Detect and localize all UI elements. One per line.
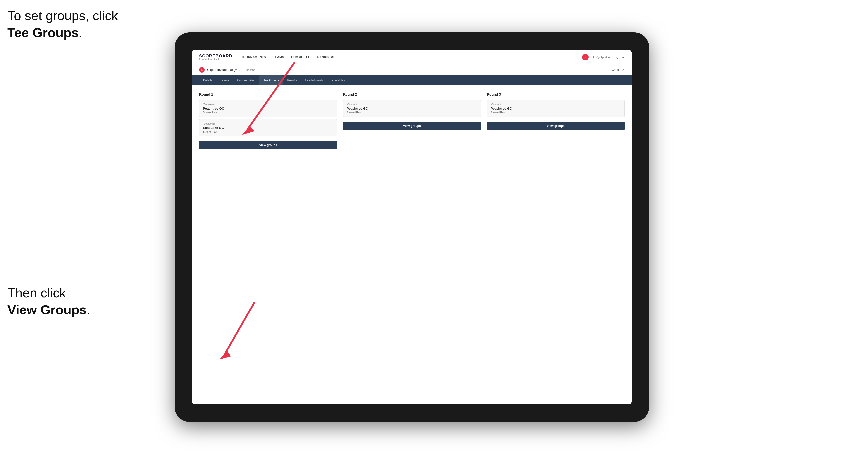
svg-line-0	[247, 62, 294, 130]
view-groups-arrow	[210, 294, 285, 365]
round-3-course-a-card: [Course A] Peachtree GC Stroke Play	[487, 100, 625, 117]
tab-printables[interactable]: Printables	[328, 75, 349, 85]
cancel-button[interactable]: Cancel ✕	[612, 68, 625, 72]
round-1-view-groups-button[interactable]: View groups	[199, 141, 337, 149]
round-2-column: Round 2 [Course A] Peachtree GC Stroke P…	[343, 92, 481, 149]
round-3-course-a-label: [Course A]	[491, 103, 621, 106]
round-3-column: Round 3 [Course A] Peachtree GC Stroke P…	[487, 92, 625, 149]
round-3-view-groups-button[interactable]: View groups	[487, 122, 625, 130]
svg-line-2	[225, 302, 255, 354]
nav-sep: |	[612, 56, 613, 59]
instruction-top-line2: Tee Groups	[7, 26, 79, 40]
round-2-title: Round 2	[343, 92, 481, 96]
cancel-icon: ✕	[622, 68, 625, 72]
nav-right-links: blair@clippd.io | Sign out	[592, 56, 625, 59]
instruction-top-line1: To set groups, click	[7, 8, 118, 23]
tab-details[interactable]: Details	[199, 75, 216, 85]
round-2-view-groups-button[interactable]: View groups	[343, 122, 481, 130]
round-2-course-a-name: Peachtree GC	[347, 106, 477, 110]
breadcrumb-logo: C	[199, 67, 205, 73]
user-email: blair@clippd.io	[592, 56, 610, 59]
sign-out-link[interactable]: Sign out	[615, 56, 625, 59]
round-2-course-a-label: [Course A]	[347, 103, 477, 106]
cancel-label: Cancel	[612, 68, 621, 72]
round-3-course-a-name: Peachtree GC	[491, 106, 621, 110]
instruction-bottom-line1: Then click	[7, 285, 66, 300]
instruction-bottom-line2: View Groups	[7, 303, 87, 317]
instruction-top-period: .	[79, 26, 82, 40]
instruction-top: To set groups, click Tee Groups.	[7, 7, 118, 41]
round-3-title: Round 3	[487, 92, 625, 96]
tee-groups-arrow	[215, 55, 314, 140]
instruction-bottom-period: .	[87, 303, 90, 317]
nav-link-rankings[interactable]: RANKINGS	[317, 54, 334, 60]
instruction-bottom: Then click View Groups.	[7, 284, 90, 318]
nav-right: B blair@clippd.io | Sign out	[582, 54, 625, 60]
round-3-course-a-format: Stroke Play	[491, 111, 621, 114]
user-avatar: B	[582, 54, 589, 60]
round-2-course-a-card: [Course A] Peachtree GC Stroke Play	[343, 100, 481, 117]
round-2-course-a-format: Stroke Play	[347, 111, 477, 114]
